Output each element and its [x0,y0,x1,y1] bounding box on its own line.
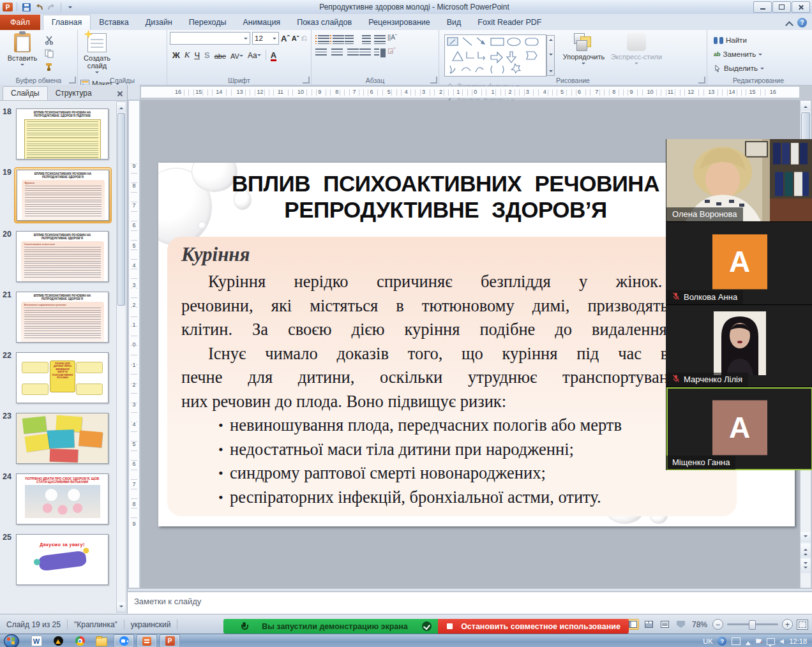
scrollbar-thumb[interactable] [117,113,125,306]
slide-thumbnail[interactable]: ВПЛИВ ПСИХОАКТИВНИХ РЕЧОВИН НА РЕПРОДУКТ… [14,107,110,161]
taskbar-app-icon[interactable] [49,635,68,647]
clear-formatting-icon[interactable]: ⎌ [301,34,307,43]
fit-to-window-icon[interactable] [797,620,808,630]
notes-pane[interactable]: Заметки к слайду [128,591,812,614]
find-button[interactable]: Найти [714,34,764,46]
format-painter-icon[interactable] [45,61,54,73]
participant-tile[interactable]: Марченко Лілія [666,305,812,388]
volume-icon[interactable] [780,639,784,644]
tab-Показ слайдов[interactable]: Показ слайдов [289,15,360,30]
taskbar-explorer-icon[interactable] [92,635,111,647]
zoom-in-button[interactable]: + [782,619,793,630]
horizontal-ruler[interactable]: 1615141312111098765432101234567891011121… [140,86,800,98]
tab-Вставка[interactable]: Вставка [91,15,137,30]
italic-button[interactable]: К [184,50,190,60]
undo-icon[interactable] [34,2,44,12]
char-spacing-button[interactable]: AV [230,52,243,60]
strikethrough-button[interactable]: abe [214,52,226,60]
close-panel-icon[interactable] [117,91,123,97]
tab-Рецензирование[interactable]: Рецензирование [360,15,439,30]
tray-expand-icon[interactable] [746,639,751,645]
action-center-icon[interactable] [756,639,762,643]
quick-styles-button[interactable]: Экспресс-стили [610,32,663,75]
keyboard-language[interactable]: UK [703,637,712,645]
start-button[interactable] [4,634,19,647]
taskbar-chrome-icon[interactable] [70,635,89,647]
clock[interactable]: 12:18 [789,637,807,645]
participant-tile[interactable]: АМіщенко Ганна [666,387,812,470]
tab-Переходы[interactable]: Переходы [181,15,235,30]
tab-Вид[interactable]: Вид [439,15,470,30]
taskbar-zoom-icon[interactable] [114,634,134,647]
font-dialog-launcher[interactable] [303,77,310,84]
justify-icon[interactable] [358,47,372,60]
zoom-slider-thumb[interactable] [749,620,756,630]
increase-indent-icon[interactable] [358,34,372,47]
tab-slides[interactable]: Слайды [3,86,48,100]
shapes-gallery[interactable] [444,34,546,77]
stop-share-button[interactable]: Остановить совместное использование [438,619,629,634]
tab-Анимация[interactable]: Анимация [234,15,289,30]
network-icon[interactable] [767,638,775,645]
slide-thumbnail[interactable]: РИЗИКИ ДЛЯ ДИТИНИ ЧЕРЕЗ ВЖИВАННЯ МАТІР’Ю… [14,350,110,405]
font-color-button[interactable]: А [271,50,276,60]
slide-thumbnail[interactable]: Дякуємо за увагу! [14,532,110,587]
align-left-icon[interactable] [314,47,328,60]
previous-slide-button[interactable] [801,544,811,558]
scroll-up-icon[interactable] [117,102,126,112]
reading-view-button[interactable] [659,619,671,630]
slide-sorter-view-button[interactable] [643,619,655,630]
clipboard-dialog-launcher[interactable] [69,77,76,84]
slide-thumbnail[interactable]: ВПЛИВ ПСИХОАКТИВНИХ РЕЧОВИН НА РЕПРОДУКТ… [14,290,110,345]
qat-customize-caret[interactable] [65,2,75,12]
copy-icon[interactable] [45,48,54,59]
tab-Главная[interactable]: Главная [43,15,91,30]
arrange-button[interactable]: Упорядочить [560,32,606,75]
numbering-icon[interactable] [329,34,343,47]
language-indicator[interactable]: украинский [124,620,177,629]
powerpoint-logo-icon[interactable]: P [3,3,13,11]
paragraph-dialog-launcher[interactable] [430,77,437,84]
slideshow-view-button[interactable] [675,619,687,630]
scroll-down-icon[interactable] [801,532,811,542]
tab-outline[interactable]: Структура [48,87,100,100]
font-name-combo[interactable] [170,32,250,45]
tray-window-icon[interactable] [732,637,741,645]
bold-button[interactable]: Ж [172,50,180,60]
slide-content-box[interactable]: Куріння Куріння нерідко спричиняє безплі… [167,237,737,516]
minimize-button[interactable] [753,1,772,13]
grow-font-icon[interactable]: Aˆ [281,34,290,43]
tab-Дизайн[interactable]: Дизайн [137,15,181,30]
next-slide-button[interactable] [801,559,811,573]
shapes-gallery-scrollbar[interactable] [546,35,555,76]
tab-Файл[interactable]: Файл [0,15,40,30]
paste-button[interactable]: Вставить [3,32,42,75]
zoom-level[interactable]: 78% [692,620,707,629]
slide-thumbnail[interactable]: ПОТРІБНО ДБАТИ ПРО СВОЄ ЗДОРОВ’Я, ЩОБ СТ… [14,472,110,526]
line-spacing-icon[interactable] [373,34,387,47]
taskbar-presentation-icon[interactable] [137,634,157,647]
drawing-dialog-launcher[interactable] [698,77,705,84]
shadow-button[interactable]: S [204,50,210,60]
shrink-font-icon[interactable]: Aˇ [292,34,299,42]
change-case-button[interactable]: Aa [248,51,261,60]
help-icon[interactable]: ? [797,18,807,27]
redo-icon[interactable] [47,2,57,12]
replace-button[interactable]: ab Заменить [714,48,764,60]
smartart-convert-icon[interactable]: ◲ˇ [387,47,402,60]
scroll-down-icon[interactable] [117,602,126,612]
cut-icon[interactable] [45,34,54,46]
tab-Foxit Reader PDF[interactable]: Foxit Reader PDF [469,15,550,30]
scroll-up-icon[interactable] [801,101,811,111]
save-icon[interactable] [21,2,31,12]
participant-tile[interactable]: АВолкова Анна [666,222,812,305]
underline-button[interactable]: Ч [194,50,200,60]
slide-title[interactable]: ВПЛИВ ПСИХОАКТИВНИХ РЕЧОВИНА РЕПРОДУКТИВ… [171,170,720,223]
minimize-ribbon-icon[interactable] [785,19,793,27]
zoom-slider[interactable] [727,623,778,625]
participant-tile[interactable]: Олена Воронова [666,139,812,222]
taskbar-word-icon[interactable]: W [27,635,46,647]
slide-thumbnail-selected[interactable]: ВПЛИВ ПСИХОАКТИВНИХ РЕЧОВИН НА РЕПРОДУКТ… [14,167,112,223]
select-button[interactable]: Выделить [714,63,764,74]
bullets-icon[interactable] [314,34,328,47]
